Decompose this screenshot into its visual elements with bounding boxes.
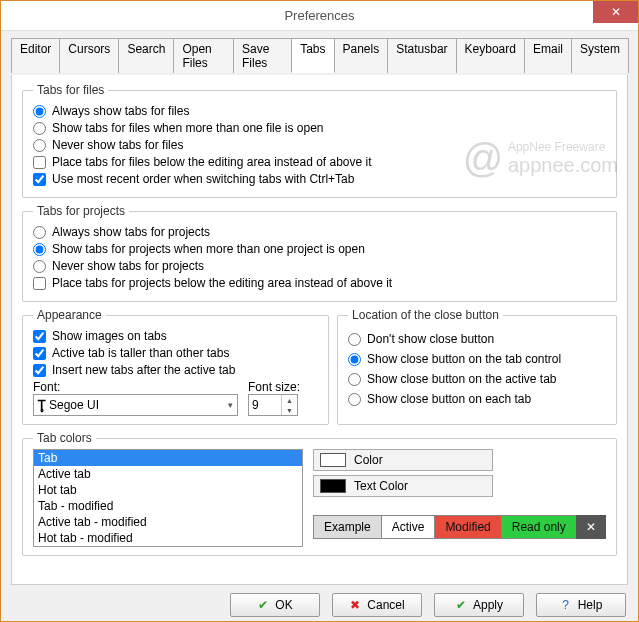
spin-down-icon[interactable]: ▼	[282, 405, 297, 415]
font-combobox[interactable]: T̥ Segoe UI ▾	[33, 394, 238, 416]
font-label: Font:	[33, 380, 238, 394]
main-tab-tabs[interactable]: Tabs	[291, 38, 334, 73]
radio-never-projects[interactable]: Never show tabs for projects	[33, 259, 606, 273]
radio-close-tabcontrol[interactable]: Show close button on the tab control	[348, 352, 606, 366]
legend-tabs-for-files: Tabs for files	[33, 83, 108, 97]
example-close-icon[interactable]: ✕	[576, 515, 606, 539]
list-item[interactable]: Hot tab - modified	[34, 530, 302, 546]
main-tab-email[interactable]: Email	[524, 38, 572, 73]
check-active-taller[interactable]: Active tab is taller than other tabs	[33, 346, 318, 360]
font-size-spinner[interactable]: ▲ ▼	[248, 394, 298, 416]
help-button[interactable]: ?Help	[536, 593, 626, 617]
color-button[interactable]: Color	[313, 449, 493, 471]
radio-multi-files[interactable]: Show tabs for files when more than one f…	[33, 121, 606, 135]
legend-tabs-for-projects: Tabs for projects	[33, 204, 129, 218]
radio-always-projects[interactable]: Always show tabs for projects	[33, 225, 606, 239]
titlebar: Preferences ✕	[1, 1, 638, 31]
list-item[interactable]: Tab - read only	[34, 546, 302, 547]
legend-close-location: Location of the close button	[348, 308, 503, 322]
cancel-button[interactable]: ✖Cancel	[332, 593, 422, 617]
list-item[interactable]: Active tab - modified	[34, 514, 302, 530]
check-insert-after-active[interactable]: Insert new tabs after the active tab	[33, 363, 318, 377]
radio-close-activetab[interactable]: Show close button on the active tab	[348, 372, 606, 386]
font-size-label: Font size:	[248, 380, 300, 394]
check-projects-below[interactable]: Place tabs for projects below the editin…	[33, 276, 606, 290]
chevron-down-icon: ▾	[228, 400, 233, 410]
main-tab-open-files[interactable]: Open Files	[173, 38, 234, 73]
font-value: Segoe UI	[49, 398, 99, 412]
preferences-window: Preferences ✕ EditorCursorsSearchOpen Fi…	[0, 0, 639, 622]
group-tab-colors: Tab colors TabActive tabHot tabTab - mod…	[22, 431, 617, 556]
radio-close-none[interactable]: Don't show close button	[348, 332, 606, 346]
text-color-swatch	[320, 479, 346, 493]
radio-close-eachtab[interactable]: Show close button on each tab	[348, 392, 606, 406]
list-item[interactable]: Tab - modified	[34, 498, 302, 514]
list-item[interactable]: Tab	[34, 450, 302, 466]
group-tabs-for-projects: Tabs for projects Always show tabs for p…	[22, 204, 617, 302]
check-icon: ✔	[455, 599, 467, 611]
window-close-button[interactable]: ✕	[593, 1, 638, 23]
text-color-button[interactable]: Text Color	[313, 475, 493, 497]
main-tab-system[interactable]: System	[571, 38, 629, 73]
check-mru-ctrl-tab[interactable]: Use most recent order when switching tab…	[33, 172, 606, 186]
tab-content: Tabs for files Always show tabs for file…	[11, 75, 628, 585]
example-tabbar: Example Active Modified Read only ✕	[313, 515, 606, 539]
color-swatch	[320, 453, 346, 467]
example-tab-example: Example	[313, 515, 381, 539]
tab-color-listbox[interactable]: TabActive tabHot tabTab - modifiedActive…	[33, 449, 303, 547]
main-tab-statusbar[interactable]: Statusbar	[387, 38, 456, 73]
radio-never-files[interactable]: Never show tabs for files	[33, 138, 606, 152]
main-tab-panels[interactable]: Panels	[334, 38, 389, 73]
legend-tab-colors: Tab colors	[33, 431, 96, 445]
group-tabs-for-files: Tabs for files Always show tabs for file…	[22, 83, 617, 198]
main-tab-editor[interactable]: Editor	[11, 38, 60, 73]
check-show-images[interactable]: Show images on tabs	[33, 329, 318, 343]
apply-button[interactable]: ✔Apply	[434, 593, 524, 617]
spin-up-icon[interactable]: ▲	[282, 395, 297, 405]
list-item[interactable]: Active tab	[34, 466, 302, 482]
ok-button[interactable]: ✔OK	[230, 593, 320, 617]
font-size-input[interactable]	[249, 395, 281, 415]
list-item[interactable]: Hot tab	[34, 482, 302, 498]
example-tab-active: Active	[381, 515, 435, 539]
radio-always-files[interactable]: Always show tabs for files	[33, 104, 606, 118]
main-tab-save-files[interactable]: Save Files	[233, 38, 292, 73]
main-tab-search[interactable]: Search	[118, 38, 174, 73]
window-title: Preferences	[284, 8, 354, 23]
check-files-below[interactable]: Place tabs for files below the editing a…	[33, 155, 606, 169]
help-icon: ?	[560, 599, 572, 611]
truetype-icon: T̥	[38, 398, 45, 413]
check-icon: ✔	[257, 599, 269, 611]
main-tab-cursors[interactable]: Cursors	[59, 38, 119, 73]
x-icon: ✖	[349, 599, 361, 611]
group-close-button-location: Location of the close button Don't show …	[337, 308, 617, 425]
legend-appearance: Appearance	[33, 308, 106, 322]
group-appearance: Appearance Show images on tabs Active ta…	[22, 308, 329, 425]
main-tabstrip: EditorCursorsSearchOpen FilesSave FilesT…	[11, 37, 628, 73]
dialog-buttons: ✔OK ✖Cancel ✔Apply ?Help	[1, 585, 638, 622]
close-icon: ✕	[611, 5, 621, 19]
main-tab-keyboard[interactable]: Keyboard	[456, 38, 525, 73]
example-tab-modified: Modified	[434, 515, 500, 539]
example-tab-readonly: Read only	[501, 515, 576, 539]
radio-multi-projects[interactable]: Show tabs for projects when more than on…	[33, 242, 606, 256]
